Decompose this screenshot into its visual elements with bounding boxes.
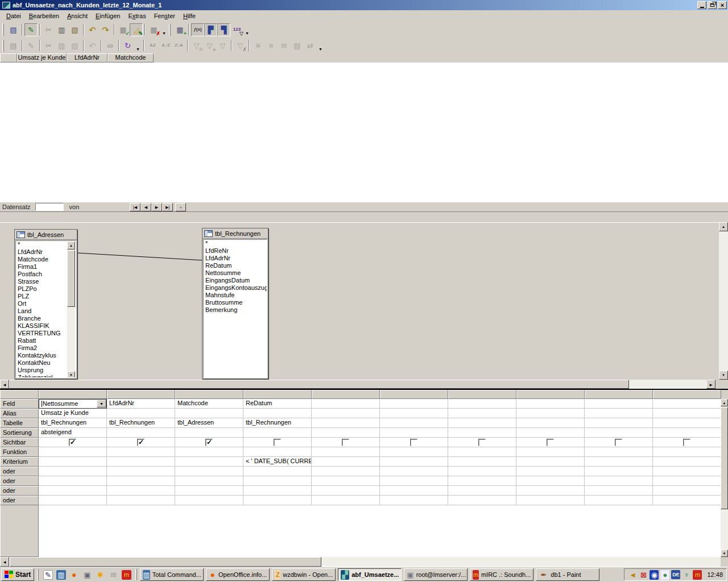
table-window-titlebar[interactable]: tbl_Adressen — [15, 230, 77, 240]
qg-cell-funktion-1[interactable] — [39, 447, 107, 457]
column-header-lfdadrnr[interactable]: LfdAdrNr — [67, 53, 107, 63]
sort-asc-button[interactable]: A↓Z — [159, 39, 172, 52]
vscroll-thumb[interactable] — [721, 407, 728, 509]
apply-filter-button[interactable]: ▽▸ — [203, 39, 216, 52]
qg-cell-feld-2[interactable]: LfdAdrNr — [107, 399, 175, 409]
field-item-lfdrenr[interactable]: LfdReNr — [204, 247, 267, 255]
qg-cell-funktion-7[interactable] — [448, 447, 516, 457]
table-window-titlebar[interactable]: tbl_Rechnungen — [202, 228, 268, 239]
qg-cell-funktion-4[interactable] — [243, 447, 312, 457]
visible-checkbox-7[interactable] — [478, 439, 486, 446]
qg-cell-funktion-3[interactable] — [175, 447, 243, 457]
qg-cell-sortierung-5[interactable] — [312, 428, 380, 438]
qg-cell-feld-3[interactable]: Matchcode — [175, 399, 243, 409]
query-column-header-4[interactable] — [243, 390, 312, 399]
visible-checkbox-6[interactable] — [410, 439, 417, 446]
add-table-button[interactable]: ▦+ — [173, 23, 187, 36]
qg-cell-sortierung-2[interactable] — [107, 428, 175, 438]
row-selector-header[interactable] — [0, 53, 17, 63]
sort-desc-button[interactable]: Z↓A — [172, 39, 185, 52]
query-column-header-8[interactable] — [516, 390, 585, 399]
qg-cell-alias-4[interactable] — [243, 409, 312, 418]
query-grid-hscrollbar[interactable]: ◀ — [0, 557, 721, 567]
paste-button[interactable]: ▧ — [68, 23, 81, 36]
qg-cell-funktion-9[interactable] — [585, 447, 653, 457]
parameters-button[interactable]: 123▽ — [230, 23, 243, 36]
query-column-header-2[interactable] — [107, 390, 175, 399]
qg-cell-oder-4[interactable] — [243, 476, 312, 486]
total-commander-launcher[interactable]: ▥ — [55, 568, 67, 581]
column-header-umsatz-je-kunde[interactable]: Umsatz je Kunde — [17, 53, 67, 63]
menu-datei[interactable]: Datei — [2, 11, 25, 20]
data-to-fields-button[interactable]: ≡ — [264, 39, 278, 52]
design-pane-vscrollbar[interactable]: ▲ ▼ — [719, 222, 728, 380]
scroll-down-icon[interactable]: ▼ — [721, 550, 728, 557]
qg-cell-oder-1[interactable] — [39, 476, 107, 486]
vscroll-thumb[interactable] — [67, 250, 75, 307]
menu-hilfe[interactable]: Hilfe — [179, 11, 200, 20]
clear-query-button[interactable]: ▦✗ — [147, 23, 160, 36]
qg-cell-tabelle-8[interactable] — [516, 418, 585, 428]
qg-cell-oder-6[interactable] — [380, 476, 448, 486]
mail-merge-button[interactable]: ✉ — [278, 39, 291, 52]
scroll-down-icon[interactable]: ▼ — [719, 371, 728, 380]
qg-cell-kriterium-4[interactable]: < ' DATE_SUB( CURREN — [243, 457, 312, 467]
next-record-icon[interactable]: ▶ — [151, 203, 162, 211]
qg-cell-sichtbar-10[interactable] — [653, 438, 721, 447]
qg-cell-sichtbar-4[interactable] — [243, 438, 312, 447]
qg-cell-tabelle-1[interactable]: tbl_Rechnungen — [39, 418, 107, 428]
task-mirc-soundh[interactable]: mmIRC .: Soundh... — [470, 568, 533, 581]
qg-cell-sortierung-9[interactable] — [585, 428, 653, 438]
network-error-icon[interactable]: ⊠ — [639, 570, 648, 579]
undo-button[interactable]: ↶ — [86, 39, 99, 52]
qg-cell-feld-5[interactable] — [312, 399, 380, 409]
qg-cell-kriterium-3[interactable] — [175, 457, 243, 467]
design-view-button[interactable]: ◿✎ — [130, 23, 143, 36]
qg-cell-sortierung-10[interactable] — [653, 428, 721, 438]
qg-cell-kriterium-5[interactable] — [312, 457, 380, 467]
qg-cell-oder-9[interactable] — [585, 467, 653, 476]
visible-checkbox-9[interactable] — [615, 439, 622, 446]
new-record-icon[interactable]: ● — [175, 203, 186, 211]
qg-cell-kriterium-7[interactable] — [448, 457, 516, 467]
qg-cell-sortierung-7[interactable] — [448, 428, 516, 438]
qg-cell-kriterium-9[interactable] — [585, 457, 653, 467]
toolbar-overflow-icon[interactable]: ▼ — [317, 39, 324, 52]
qg-cell-oder-5[interactable] — [312, 496, 380, 505]
autofilter-button[interactable]: ▽✱ — [190, 39, 203, 52]
copy-button[interactable]: ▥ — [55, 39, 68, 52]
qg-cell-sichtbar-2[interactable] — [107, 438, 175, 447]
qg-cell-feld-1[interactable]: Nettosumme▼ — [39, 399, 107, 409]
qg-cell-sichtbar-8[interactable] — [516, 438, 585, 447]
toolbar-overflow-icon[interactable]: ▼ — [160, 23, 168, 36]
qg-cell-oder-7[interactable] — [448, 467, 516, 476]
qg-cell-oder-7[interactable] — [448, 476, 516, 486]
wireless-icon[interactable]: ◉ — [650, 570, 659, 579]
qg-cell-alias-3[interactable] — [175, 409, 243, 418]
qg-cell-oder-9[interactable] — [585, 486, 653, 496]
qg-cell-tabelle-9[interactable] — [585, 418, 653, 428]
qg-cell-sichtbar-5[interactable] — [312, 438, 380, 447]
data-to-text-button[interactable]: ≡ — [251, 39, 264, 52]
qg-cell-oder-10[interactable] — [653, 476, 721, 486]
toolbar-overflow-icon[interactable]: ▼ — [134, 39, 142, 52]
qg-cell-oder-1[interactable] — [39, 496, 107, 505]
qg-cell-oder-6[interactable] — [380, 486, 448, 496]
usb-icon[interactable]: ♆ — [682, 570, 691, 579]
task-total-command[interactable]: ▥Total Command... — [140, 568, 204, 581]
table-window-tbl-adressen[interactable]: tbl_Adressen*LfdAdrNrMatchcodeFirma1Post… — [14, 229, 77, 379]
qg-cell-funktion-8[interactable] — [516, 447, 585, 457]
menu-bearbeiten[interactable]: Bearbeiten — [25, 11, 63, 20]
qg-cell-oder-2[interactable] — [107, 496, 175, 505]
explorer-button[interactable]: ⇄ — [304, 39, 317, 52]
paste-button[interactable]: ▧ — [68, 39, 81, 52]
field-dropdown-icon[interactable]: ▼ — [97, 400, 106, 408]
sort-button[interactable]: AZ — [146, 39, 159, 52]
save-button[interactable]: ▤ — [7, 23, 20, 36]
menu-fenster[interactable]: Fenster — [150, 11, 179, 20]
query-column-header-9[interactable] — [585, 390, 653, 399]
toolbar-overflow-icon[interactable]: ▼ — [243, 23, 251, 36]
qg-cell-oder-1[interactable] — [39, 467, 107, 476]
qg-cell-feld-4[interactable]: ReDatum — [243, 399, 312, 409]
qg-cell-alias-1[interactable]: Umsatz je Kunde — [39, 409, 107, 418]
